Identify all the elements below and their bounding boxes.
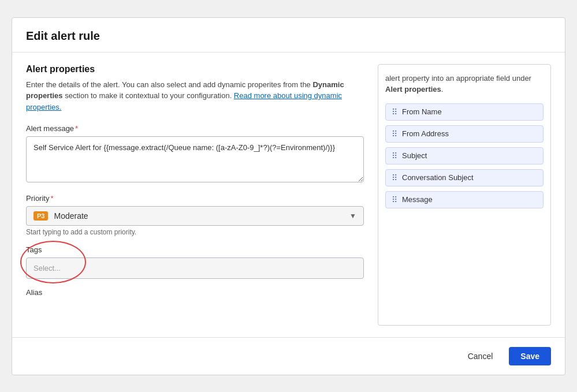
priority-label: Priority* [26,194,364,203]
dynamic-tag-conversation-subject[interactable]: ⠿ Conversation Subject [385,169,544,186]
priority-select[interactable]: P3 Moderate ▼ [26,206,364,226]
alert-message-label: Alert message* [26,124,364,133]
desc-text1: Enter the details of the alert. You can … [26,80,312,89]
dynamic-tag-label: Conversation Subject [402,173,474,182]
dynamic-tag-label: Subject [402,151,427,160]
dynamic-tag-message[interactable]: ⠿ Message [385,191,544,208]
left-panel: Alert properties Enter the details of th… [26,64,364,326]
alert-message-input[interactable]: Self Service Alert for {{message.extract… [26,136,364,182]
cancel-button[interactable]: Cancel [459,347,502,365]
desc-text2: section to make it contextual to your co… [63,91,234,100]
section-header: Alert properties Enter the details of th… [26,64,364,113]
tags-placeholder: Select... [33,264,61,272]
dynamic-tag-subject[interactable]: ⠿ Subject [385,147,544,165]
dialog-footer: Cancel Save [12,337,565,375]
drag-handle-icon: ⠿ [392,173,397,182]
priority-hint: Start typing to add a custom priority. [26,228,364,236]
dynamic-tag-label: Message [402,195,433,204]
dynamic-properties-scroll[interactable]: alert property into an appropriate field… [378,65,550,325]
tags-label: Tags [26,245,364,254]
priority-badge: P3 [33,211,48,221]
priority-group: Priority* P3 Moderate ▼ Start typing to … [26,194,364,236]
drag-handle-icon: ⠿ [392,129,397,139]
tags-group: Tags Select... [26,245,364,279]
save-button[interactable]: Save [509,347,551,365]
alias-label: Alias [26,288,364,297]
edit-alert-dialog: Edit alert rule Alert properties Enter t… [12,17,565,375]
right-panel: alert property into an appropriate field… [378,64,551,326]
required-star-priority: * [50,194,53,203]
dynamic-tag-label: From Name [402,107,442,116]
section-description: Enter the details of the alert. You can … [26,79,364,113]
tags-select[interactable]: Select... [26,257,364,279]
alias-group: Alias [26,288,364,297]
chevron-down-icon: ▼ [349,212,356,220]
right-panel-intro: alert property into an appropriate field… [385,73,544,95]
alert-message-group: Alert message* Self Service Alert for {{… [26,124,364,185]
section-title: Alert properties [26,64,364,74]
dynamic-tag-from-address[interactable]: ⠿ From Address [385,125,544,143]
dynamic-tag-label: From Address [402,129,449,138]
drag-handle-icon: ⠿ [392,107,397,117]
required-star: * [75,124,78,133]
drag-handle-icon: ⠿ [392,151,397,160]
dialog-body: Alert properties Enter the details of th… [12,53,565,337]
priority-value: Moderate [54,211,349,221]
alert-properties-bold: Alert properties [385,85,441,94]
dialog-title: Edit alert rule [26,29,551,43]
dynamic-tags-list: ⠿ From Name ⠿ From Address ⠿ Subject ⠿ C… [385,103,544,208]
dialog-header: Edit alert rule [12,18,565,53]
drag-handle-icon: ⠿ [392,195,397,204]
dynamic-tag-from-name[interactable]: ⠿ From Name [385,103,544,121]
